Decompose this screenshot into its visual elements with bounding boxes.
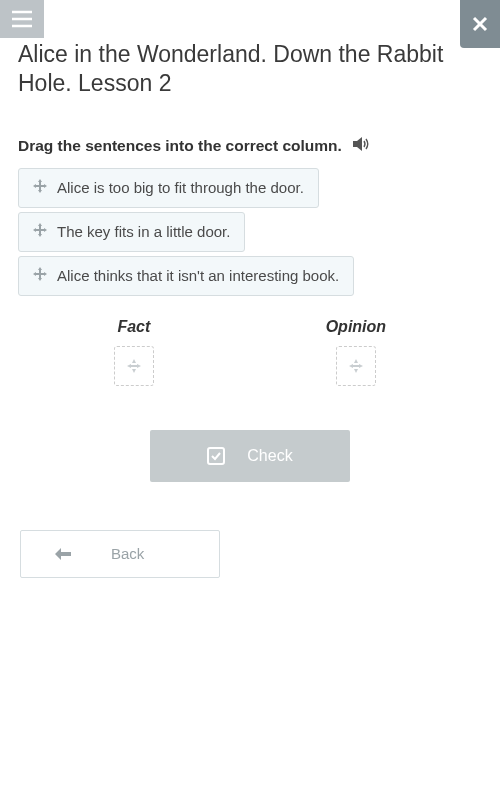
- back-label: Back: [111, 545, 144, 562]
- sentence-text: Alice is too big to fit through the door…: [57, 179, 304, 196]
- hamburger-icon: [11, 10, 33, 28]
- opinion-header: Opinion: [326, 318, 386, 336]
- sentence-text: Alice thinks that it isn't an interestin…: [57, 267, 339, 284]
- audio-button[interactable]: [352, 136, 370, 156]
- instruction-text: Drag the sentences into the correct colu…: [18, 137, 342, 155]
- drop-target-icon: [126, 358, 142, 374]
- opinion-dropzone[interactable]: [336, 346, 376, 386]
- main-content: Alice in the Wonderland. Down the Rabbit…: [0, 40, 500, 578]
- fact-header: Fact: [117, 318, 150, 336]
- draggable-sentence[interactable]: The key fits in a little door.: [18, 212, 245, 252]
- svg-rect-5: [208, 448, 224, 464]
- sentence-text: The key fits in a little door.: [57, 223, 230, 240]
- arrow-left-icon: [55, 548, 71, 560]
- top-bar: [0, 0, 500, 38]
- drop-columns: Fact Opinion: [18, 318, 482, 386]
- speaker-icon: [352, 136, 370, 152]
- back-button[interactable]: Back: [20, 530, 220, 578]
- sentence-list: Alice is too big to fit through the door…: [18, 168, 482, 296]
- fact-dropzone[interactable]: [114, 346, 154, 386]
- check-label: Check: [247, 447, 292, 465]
- move-icon: [33, 223, 47, 241]
- draggable-sentence[interactable]: Alice is too big to fit through the door…: [18, 168, 319, 208]
- instruction-row: Drag the sentences into the correct colu…: [18, 136, 482, 156]
- check-icon: [207, 447, 225, 465]
- close-button[interactable]: [460, 0, 500, 48]
- drop-target-icon: [348, 358, 364, 374]
- menu-button[interactable]: [0, 0, 44, 38]
- fact-column: Fact: [114, 318, 154, 386]
- move-icon: [33, 179, 47, 197]
- close-icon: [471, 15, 489, 33]
- draggable-sentence[interactable]: Alice thinks that it isn't an interestin…: [18, 256, 354, 296]
- page-title: Alice in the Wonderland. Down the Rabbit…: [18, 40, 482, 98]
- opinion-column: Opinion: [326, 318, 386, 386]
- check-button[interactable]: Check: [150, 430, 350, 482]
- move-icon: [33, 267, 47, 285]
